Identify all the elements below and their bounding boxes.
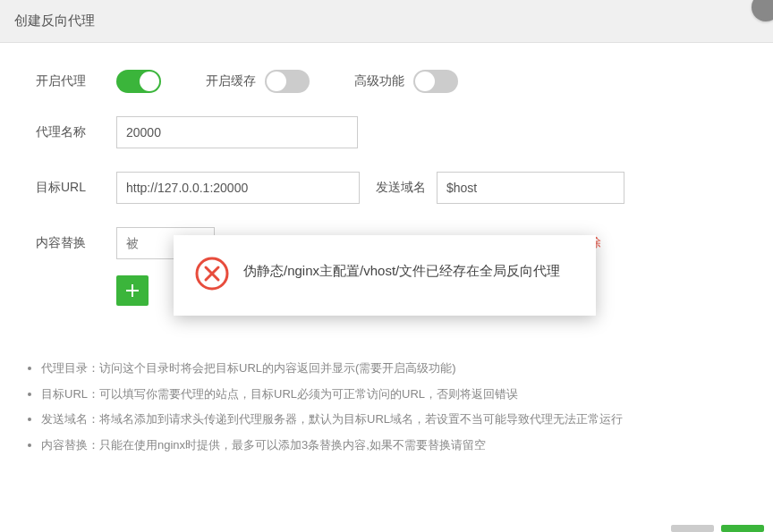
svg-rect-1 — [126, 290, 139, 291]
send-domain-input[interactable] — [437, 172, 624, 204]
note-item: 发送域名：将域名添加到请求头传递到代理服务器，默认为目标URL域名，若设置不当可… — [41, 407, 737, 433]
url-row: 目标URL 发送域名 — [36, 172, 737, 204]
proxy-toggle[interactable] — [116, 70, 161, 93]
note-item: 目标URL：可以填写你需要代理的站点，目标URL必须为可正常访问的URL，否则将… — [41, 382, 737, 408]
error-icon — [195, 257, 229, 291]
name-label: 代理名称 — [36, 124, 116, 140]
advanced-toggle-label: 高级功能 — [354, 73, 404, 89]
note-item: 内容替换：只能在使用nginx时提供，最多可以添加3条替换内容,如果不需要替换请… — [41, 433, 737, 459]
footer-buttons — [671, 525, 764, 532]
error-popup: 伪静态/nginx主配置/vhost/文件已经存在全局反向代理 — [174, 235, 596, 316]
modal-title: 创建反向代理 — [14, 13, 95, 28]
toggle-row: 开启代理 开启缓存 高级功能 — [36, 70, 737, 93]
notes-section: 代理目录：访问这个目录时将会把目标URL的内容返回并显示(需要开启高级功能) 目… — [0, 338, 773, 476]
submit-button[interactable] — [721, 525, 764, 532]
plus-icon — [126, 284, 139, 297]
url-label: 目标URL — [36, 180, 116, 196]
modal-container: 创建反向代理 开启代理 开启缓存 高级功能 — [0, 0, 773, 532]
send-domain-label: 发送域名 — [376, 180, 426, 196]
note-item: 代理目录：访问这个目录时将会把目标URL的内容返回并显示(需要开启高级功能) — [41, 356, 737, 382]
modal-header: 创建反向代理 — [0, 0, 773, 43]
cache-toggle-label: 开启缓存 — [206, 73, 256, 89]
proxy-toggle-label: 开启代理 — [36, 73, 116, 89]
target-url-input[interactable] — [116, 172, 360, 204]
cancel-button[interactable] — [671, 525, 714, 532]
popup-message: 伪静态/nginx主配置/vhost/文件已经存在全局反向代理 — [243, 257, 560, 284]
replace-label: 内容替换 — [36, 235, 116, 251]
name-row: 代理名称 — [36, 116, 737, 148]
proxy-name-input[interactable] — [116, 116, 358, 148]
cache-toggle[interactable] — [265, 70, 310, 93]
advanced-toggle[interactable] — [413, 70, 458, 93]
close-button[interactable] — [752, 0, 773, 21]
add-button[interactable] — [116, 275, 149, 306]
